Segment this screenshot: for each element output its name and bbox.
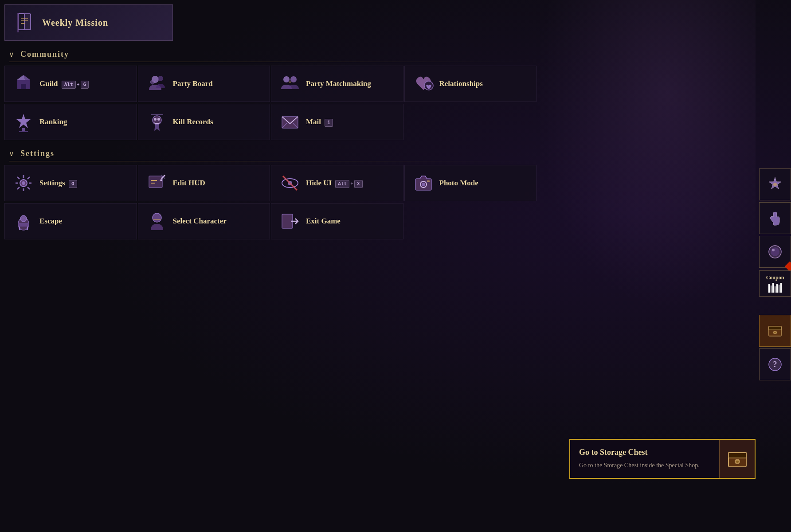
svg-text:?: ? <box>773 360 777 369</box>
svg-line-54 <box>27 227 28 230</box>
ranking-icon <box>12 110 35 133</box>
relationships-item[interactable]: Relationships <box>404 66 537 102</box>
mail-item[interactable]: Mail i <box>271 104 403 140</box>
guild-shortcut: Alt + G <box>62 81 89 89</box>
svg-line-35 <box>17 187 20 189</box>
coupon-label: Coupon <box>766 274 784 281</box>
ranking-label: Ranking <box>39 117 67 126</box>
barcode-bar <box>776 284 778 293</box>
party-matchmaking-item[interactable]: Party Matchmaking <box>271 66 403 102</box>
sidebar-star-button[interactable] <box>759 168 791 200</box>
select-character-item[interactable]: Select Character <box>138 203 270 239</box>
relationships-text: Relationships <box>439 79 529 89</box>
select-character-label: Select Character <box>173 217 227 225</box>
settings-divider <box>9 161 532 161</box>
mail-text: Mail i <box>306 117 396 127</box>
edit-hud-text: Edit HUD <box>173 178 263 188</box>
tooltip-storage-icon <box>725 446 750 471</box>
party-board-item[interactable]: Party Board <box>138 66 270 102</box>
edit-hud-item[interactable]: Edit HUD <box>138 165 270 201</box>
svg-rect-72 <box>728 453 746 458</box>
barcode-bar <box>779 285 779 293</box>
svg-line-33 <box>27 187 30 189</box>
escape-label: Escape <box>39 217 62 225</box>
community-chevron: ∨ <box>9 50 14 59</box>
party-matchmaking-icon <box>278 72 302 95</box>
svg-rect-49 <box>427 180 430 182</box>
svg-rect-18 <box>19 131 28 132</box>
tooltip-title: Go to Storage Chest <box>579 448 710 457</box>
party-matchmaking-label: Party Matchmaking <box>306 79 371 88</box>
coupon-button[interactable]: Coupon <box>759 270 791 297</box>
sidebar-orb-button[interactable] <box>759 236 791 268</box>
party-board-label: Party Board <box>173 79 213 88</box>
svg-point-63 <box>772 249 775 251</box>
community-grid-row1: Guild Alt + G <box>4 65 536 103</box>
tooltip-description: Go to the Storage Chest inside the Speci… <box>579 461 710 470</box>
weekly-mission-button[interactable]: Weekly Mission <box>4 4 173 41</box>
guild-icon <box>12 72 35 95</box>
exit-game-label: Exit Game <box>306 217 341 225</box>
community-section-header: ∨ Community <box>4 43 536 62</box>
question-mark-button[interactable]: ? <box>759 348 791 380</box>
select-character-icon <box>145 210 168 233</box>
sidebar-question-button[interactable]: ? <box>759 348 791 380</box>
photo-mode-label: Photo Mode <box>439 179 478 187</box>
settings-label: Settings O <box>39 179 77 187</box>
sidebar-storage-button[interactable] <box>759 315 791 347</box>
tooltip-content: Go to Storage Chest Go to the Storage Ch… <box>570 440 719 478</box>
photo-mode-icon <box>412 172 435 195</box>
hide-ui-icon <box>278 172 302 195</box>
svg-line-32 <box>17 177 20 179</box>
guild-item[interactable]: Guild Alt + G <box>4 66 137 102</box>
hide-ui-label: Hide UI Alt + X <box>306 179 363 187</box>
settings-grid-row1: Settings O Edit HUD <box>4 164 536 202</box>
hand-sidebar-icon <box>766 209 784 227</box>
svg-rect-36 <box>149 176 162 188</box>
community-grid-row2: Ranking Kill Records <box>4 103 536 141</box>
hide-ui-item[interactable]: Hide UI Alt + X <box>271 165 403 201</box>
settings-header-label: Settings <box>20 149 55 158</box>
photo-mode-item[interactable]: Photo Mode <box>404 165 537 201</box>
barcode-bar <box>768 284 770 293</box>
party-board-text: Party Board <box>173 79 263 89</box>
svg-line-53 <box>19 227 20 230</box>
hide-ui-shortcut: Alt + X <box>335 180 362 188</box>
exit-game-text: Exit Game <box>306 216 396 226</box>
community-header-label: Community <box>20 50 69 59</box>
svg-point-62 <box>771 247 779 256</box>
svg-line-34 <box>27 177 30 179</box>
menu-container: Weekly Mission ∨ Community Guild A <box>0 0 541 245</box>
coupon-barcode <box>768 283 782 293</box>
settings-text: Settings O <box>39 178 129 188</box>
settings-grid-row2: Escape Select Character <box>4 202 536 240</box>
edit-hud-icon <box>145 172 168 195</box>
settings-gear-icon <box>12 172 35 195</box>
edit-hud-label: Edit HUD <box>173 179 205 187</box>
svg-point-21 <box>157 118 160 121</box>
escape-item[interactable]: Escape <box>4 203 137 239</box>
kill-records-item[interactable]: Kill Records <box>138 104 270 140</box>
guild-text: Guild Alt + G <box>39 79 129 89</box>
sidebar-hand-button[interactable] <box>759 202 791 234</box>
empty-cell-2 <box>404 203 537 239</box>
weekly-mission-label: Weekly Mission <box>42 18 108 28</box>
coupon-area: Coupon <box>759 270 791 297</box>
hide-ui-text: Hide UI Alt + X <box>306 178 396 188</box>
mail-label: Mail i <box>306 117 333 126</box>
settings-section-header: ∨ Settings <box>4 143 536 161</box>
ranking-text: Ranking <box>39 117 129 127</box>
question-icon: ? <box>766 356 784 373</box>
settings-item[interactable]: Settings O <box>4 165 137 201</box>
party-matchmaking-text: Party Matchmaking <box>306 79 396 89</box>
ranking-item[interactable]: Ranking <box>4 104 137 140</box>
exit-game-item[interactable]: Exit Game <box>271 203 403 239</box>
escape-icon <box>12 210 35 233</box>
mail-shortcut: i <box>325 119 333 127</box>
svg-rect-66 <box>769 326 781 330</box>
storage-icon-button[interactable] <box>759 315 791 347</box>
exit-game-icon <box>278 210 302 233</box>
svg-point-12 <box>150 80 155 84</box>
empty-cell <box>404 104 537 140</box>
barcode-bar <box>771 286 771 293</box>
